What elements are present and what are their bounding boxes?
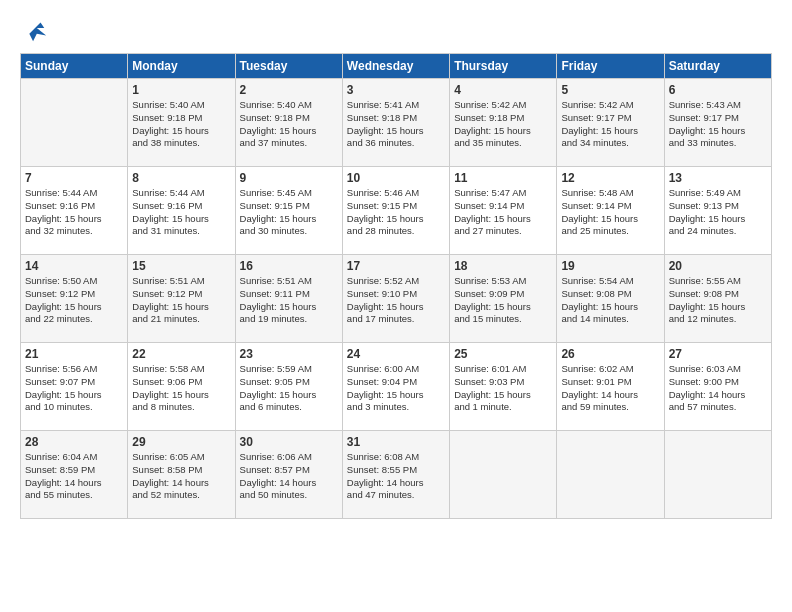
svg-marker-0 (29, 22, 46, 41)
logo-icon (20, 15, 48, 43)
day-number: 28 (25, 435, 123, 449)
header-day-friday: Friday (557, 54, 664, 79)
day-number: 29 (132, 435, 230, 449)
day-number: 11 (454, 171, 552, 185)
day-content: Sunrise: 5:52 AM Sunset: 9:10 PM Dayligh… (347, 275, 445, 326)
calendar-cell: 13Sunrise: 5:49 AM Sunset: 9:13 PM Dayli… (664, 167, 771, 255)
header (20, 15, 772, 43)
calendar-cell: 28Sunrise: 6:04 AM Sunset: 8:59 PM Dayli… (21, 431, 128, 519)
header-day-monday: Monday (128, 54, 235, 79)
day-content: Sunrise: 5:43 AM Sunset: 9:17 PM Dayligh… (669, 99, 767, 150)
calendar-week-row: 28Sunrise: 6:04 AM Sunset: 8:59 PM Dayli… (21, 431, 772, 519)
calendar-cell: 8Sunrise: 5:44 AM Sunset: 9:16 PM Daylig… (128, 167, 235, 255)
calendar-table: SundayMondayTuesdayWednesdayThursdayFrid… (20, 53, 772, 519)
calendar-cell: 21Sunrise: 5:56 AM Sunset: 9:07 PM Dayli… (21, 343, 128, 431)
day-content: Sunrise: 5:49 AM Sunset: 9:13 PM Dayligh… (669, 187, 767, 238)
calendar-cell: 10Sunrise: 5:46 AM Sunset: 9:15 PM Dayli… (342, 167, 449, 255)
calendar-cell: 11Sunrise: 5:47 AM Sunset: 9:14 PM Dayli… (450, 167, 557, 255)
day-content: Sunrise: 6:02 AM Sunset: 9:01 PM Dayligh… (561, 363, 659, 414)
day-number: 23 (240, 347, 338, 361)
day-content: Sunrise: 5:55 AM Sunset: 9:08 PM Dayligh… (669, 275, 767, 326)
day-number: 27 (669, 347, 767, 361)
calendar-cell (21, 79, 128, 167)
calendar-cell: 17Sunrise: 5:52 AM Sunset: 9:10 PM Dayli… (342, 255, 449, 343)
day-content: Sunrise: 5:58 AM Sunset: 9:06 PM Dayligh… (132, 363, 230, 414)
day-content: Sunrise: 5:45 AM Sunset: 9:15 PM Dayligh… (240, 187, 338, 238)
calendar-cell: 15Sunrise: 5:51 AM Sunset: 9:12 PM Dayli… (128, 255, 235, 343)
calendar-cell: 24Sunrise: 6:00 AM Sunset: 9:04 PM Dayli… (342, 343, 449, 431)
day-number: 2 (240, 83, 338, 97)
header-day-tuesday: Tuesday (235, 54, 342, 79)
calendar-cell: 30Sunrise: 6:06 AM Sunset: 8:57 PM Dayli… (235, 431, 342, 519)
day-content: Sunrise: 6:01 AM Sunset: 9:03 PM Dayligh… (454, 363, 552, 414)
day-number: 30 (240, 435, 338, 449)
calendar-header-row: SundayMondayTuesdayWednesdayThursdayFrid… (21, 54, 772, 79)
calendar-cell: 18Sunrise: 5:53 AM Sunset: 9:09 PM Dayli… (450, 255, 557, 343)
page-container: SundayMondayTuesdayWednesdayThursdayFrid… (0, 0, 792, 529)
header-day-thursday: Thursday (450, 54, 557, 79)
day-number: 26 (561, 347, 659, 361)
calendar-cell: 9Sunrise: 5:45 AM Sunset: 9:15 PM Daylig… (235, 167, 342, 255)
day-content: Sunrise: 5:48 AM Sunset: 9:14 PM Dayligh… (561, 187, 659, 238)
day-number: 6 (669, 83, 767, 97)
calendar-cell (664, 431, 771, 519)
calendar-cell: 14Sunrise: 5:50 AM Sunset: 9:12 PM Dayli… (21, 255, 128, 343)
calendar-cell: 4Sunrise: 5:42 AM Sunset: 9:18 PM Daylig… (450, 79, 557, 167)
calendar-cell: 5Sunrise: 5:42 AM Sunset: 9:17 PM Daylig… (557, 79, 664, 167)
calendar-cell: 27Sunrise: 6:03 AM Sunset: 9:00 PM Dayli… (664, 343, 771, 431)
day-number: 12 (561, 171, 659, 185)
day-content: Sunrise: 5:40 AM Sunset: 9:18 PM Dayligh… (240, 99, 338, 150)
calendar-cell: 2Sunrise: 5:40 AM Sunset: 9:18 PM Daylig… (235, 79, 342, 167)
calendar-cell: 3Sunrise: 5:41 AM Sunset: 9:18 PM Daylig… (342, 79, 449, 167)
day-content: Sunrise: 5:50 AM Sunset: 9:12 PM Dayligh… (25, 275, 123, 326)
day-content: Sunrise: 5:59 AM Sunset: 9:05 PM Dayligh… (240, 363, 338, 414)
calendar-cell (450, 431, 557, 519)
calendar-week-row: 14Sunrise: 5:50 AM Sunset: 9:12 PM Dayli… (21, 255, 772, 343)
day-number: 31 (347, 435, 445, 449)
calendar-cell: 31Sunrise: 6:08 AM Sunset: 8:55 PM Dayli… (342, 431, 449, 519)
header-day-saturday: Saturday (664, 54, 771, 79)
day-number: 25 (454, 347, 552, 361)
day-content: Sunrise: 5:42 AM Sunset: 9:18 PM Dayligh… (454, 99, 552, 150)
day-content: Sunrise: 6:05 AM Sunset: 8:58 PM Dayligh… (132, 451, 230, 502)
day-number: 8 (132, 171, 230, 185)
calendar-cell: 22Sunrise: 5:58 AM Sunset: 9:06 PM Dayli… (128, 343, 235, 431)
day-content: Sunrise: 6:04 AM Sunset: 8:59 PM Dayligh… (25, 451, 123, 502)
header-day-wednesday: Wednesday (342, 54, 449, 79)
day-content: Sunrise: 5:51 AM Sunset: 9:11 PM Dayligh… (240, 275, 338, 326)
calendar-cell: 20Sunrise: 5:55 AM Sunset: 9:08 PM Dayli… (664, 255, 771, 343)
calendar-cell: 1Sunrise: 5:40 AM Sunset: 9:18 PM Daylig… (128, 79, 235, 167)
calendar-cell: 25Sunrise: 6:01 AM Sunset: 9:03 PM Dayli… (450, 343, 557, 431)
calendar-cell: 23Sunrise: 5:59 AM Sunset: 9:05 PM Dayli… (235, 343, 342, 431)
day-number: 1 (132, 83, 230, 97)
day-number: 3 (347, 83, 445, 97)
day-content: Sunrise: 5:44 AM Sunset: 9:16 PM Dayligh… (132, 187, 230, 238)
day-number: 18 (454, 259, 552, 273)
header-day-sunday: Sunday (21, 54, 128, 79)
calendar-week-row: 7Sunrise: 5:44 AM Sunset: 9:16 PM Daylig… (21, 167, 772, 255)
calendar-cell: 6Sunrise: 5:43 AM Sunset: 9:17 PM Daylig… (664, 79, 771, 167)
day-content: Sunrise: 5:42 AM Sunset: 9:17 PM Dayligh… (561, 99, 659, 150)
calendar-cell: 16Sunrise: 5:51 AM Sunset: 9:11 PM Dayli… (235, 255, 342, 343)
calendar-cell: 29Sunrise: 6:05 AM Sunset: 8:58 PM Dayli… (128, 431, 235, 519)
day-content: Sunrise: 5:46 AM Sunset: 9:15 PM Dayligh… (347, 187, 445, 238)
logo (20, 15, 52, 43)
calendar-cell: 26Sunrise: 6:02 AM Sunset: 9:01 PM Dayli… (557, 343, 664, 431)
calendar-week-row: 1Sunrise: 5:40 AM Sunset: 9:18 PM Daylig… (21, 79, 772, 167)
day-content: Sunrise: 5:56 AM Sunset: 9:07 PM Dayligh… (25, 363, 123, 414)
day-number: 20 (669, 259, 767, 273)
day-number: 4 (454, 83, 552, 97)
day-content: Sunrise: 6:00 AM Sunset: 9:04 PM Dayligh… (347, 363, 445, 414)
calendar-week-row: 21Sunrise: 5:56 AM Sunset: 9:07 PM Dayli… (21, 343, 772, 431)
calendar-cell: 7Sunrise: 5:44 AM Sunset: 9:16 PM Daylig… (21, 167, 128, 255)
day-content: Sunrise: 5:53 AM Sunset: 9:09 PM Dayligh… (454, 275, 552, 326)
day-number: 22 (132, 347, 230, 361)
day-content: Sunrise: 6:08 AM Sunset: 8:55 PM Dayligh… (347, 451, 445, 502)
day-content: Sunrise: 5:40 AM Sunset: 9:18 PM Dayligh… (132, 99, 230, 150)
day-number: 13 (669, 171, 767, 185)
day-content: Sunrise: 5:51 AM Sunset: 9:12 PM Dayligh… (132, 275, 230, 326)
day-number: 19 (561, 259, 659, 273)
day-content: Sunrise: 5:41 AM Sunset: 9:18 PM Dayligh… (347, 99, 445, 150)
day-number: 17 (347, 259, 445, 273)
calendar-cell: 12Sunrise: 5:48 AM Sunset: 9:14 PM Dayli… (557, 167, 664, 255)
